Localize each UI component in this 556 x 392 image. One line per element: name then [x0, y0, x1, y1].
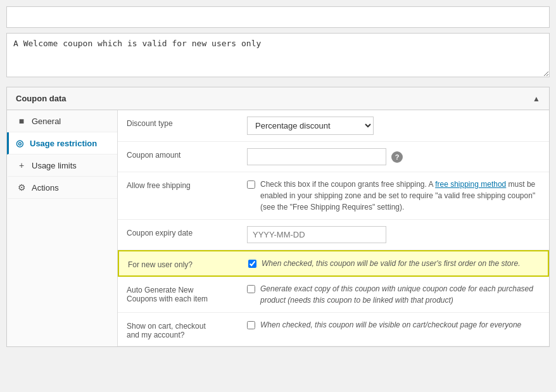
show-on-cart-checkbox-wrap: When checked, this coupon will be visibl… [247, 319, 521, 331]
coupon-amount-control: 50 ? [247, 148, 540, 165]
free-shipping-control: Check this box if the coupon grants free… [247, 179, 540, 213]
auto-generate-description: Generate exact copy of this coupon with … [260, 283, 540, 306]
sidebar-item-usage-restriction[interactable]: ◎ Usage restriction [7, 132, 117, 155]
expiry-date-row: Coupon expiry date [118, 220, 549, 250]
free-shipping-checkbox[interactable] [247, 180, 255, 189]
show-on-cart-label: Show on cart, checkout and my account? [127, 319, 247, 339]
discount-type-row: Discount type Percentage discount Fixed … [118, 110, 549, 142]
expiry-date-input[interactable] [247, 226, 386, 243]
new-user-only-description: When checked, this coupon will be valid … [262, 258, 521, 269]
sidebar-item-actions[interactable]: ⚙ Actions [7, 177, 117, 199]
show-on-cart-row: Show on cart, checkout and my account? W… [118, 313, 549, 346]
usage-restriction-icon: ◎ [15, 138, 25, 148]
sidebar-item-usage-limits[interactable]: + Usage limits [7, 155, 117, 177]
new-user-only-row: For new user only? When checked, this co… [118, 250, 549, 277]
coupon-amount-input[interactable]: 50 [247, 148, 386, 165]
sidebar-label-actions: Actions [32, 183, 59, 193]
new-user-only-checkbox[interactable] [248, 260, 256, 268]
discount-type-select[interactable]: Percentage discount Fixed cart discount … [247, 117, 374, 135]
coupon-data-panel: Coupon data ▲ ■ General ◎ Usage restrict… [6, 87, 550, 347]
new-user-only-label: For new user only? [128, 258, 248, 269]
auto-generate-label: Auto Generate New Coupons with each item [127, 283, 247, 303]
actions-icon: ⚙ [16, 182, 27, 193]
free-shipping-row: Allow free shipping Check this box if th… [118, 172, 549, 220]
panel-collapse-arrow[interactable]: ▲ [533, 94, 540, 103]
discount-type-label: Discount type [127, 117, 247, 128]
show-on-cart-checkbox[interactable] [247, 321, 255, 329]
main-content: Discount type Percentage discount Fixed … [118, 110, 549, 346]
panel-header[interactable]: Coupon data ▲ [7, 87, 549, 110]
discount-type-control: Percentage discount Fixed cart discount … [247, 117, 540, 135]
sidebar-item-general[interactable]: ■ General [7, 110, 117, 132]
sidebar-label-general: General [32, 117, 61, 126]
auto-generate-checkbox-wrap: Generate exact copy of this coupon with … [247, 283, 540, 306]
coupon-sidebar: ■ General ◎ Usage restriction + Usage li… [7, 110, 118, 346]
coupon-description-textarea[interactable]: A Welcome coupon which is valid for new … [6, 33, 550, 77]
coupon-amount-row: Coupon amount 50 ? [118, 142, 549, 172]
auto-generate-checkbox[interactable] [247, 285, 255, 293]
auto-generate-row: Auto Generate New Coupons with each item… [118, 277, 549, 313]
sidebar-label-usage-restriction: Usage restriction [30, 139, 97, 148]
free-shipping-checkbox-wrap: Check this box if the coupon grants free… [247, 179, 540, 213]
show-on-cart-control: When checked, this coupon will be visibl… [247, 319, 540, 331]
coupon-code-input[interactable]: welcome [6, 6, 550, 28]
expiry-date-control [247, 226, 540, 243]
usage-limits-icon: + [16, 160, 27, 170]
panel-body: ■ General ◎ Usage restriction + Usage li… [7, 110, 549, 346]
expiry-date-label: Coupon expiry date [127, 226, 247, 237]
coupon-amount-label: Coupon amount [127, 148, 247, 160]
auto-generate-control: Generate exact copy of this coupon with … [247, 283, 540, 306]
free-shipping-link[interactable]: free shipping method [435, 180, 506, 189]
panel-header-title: Coupon data [16, 94, 66, 103]
new-user-only-control: When checked, this coupon will be valid … [248, 258, 539, 269]
coupon-amount-help-icon[interactable]: ? [391, 151, 403, 163]
sidebar-label-usage-limits: Usage limits [32, 161, 77, 170]
free-shipping-label: Allow free shipping [127, 179, 247, 190]
new-user-only-checkbox-wrap: When checked, this coupon will be valid … [248, 258, 521, 269]
free-shipping-description: Check this box if the coupon grants free… [260, 179, 540, 213]
general-icon: ■ [16, 116, 27, 126]
show-on-cart-description: When checked, this coupon will be visibl… [260, 319, 521, 331]
